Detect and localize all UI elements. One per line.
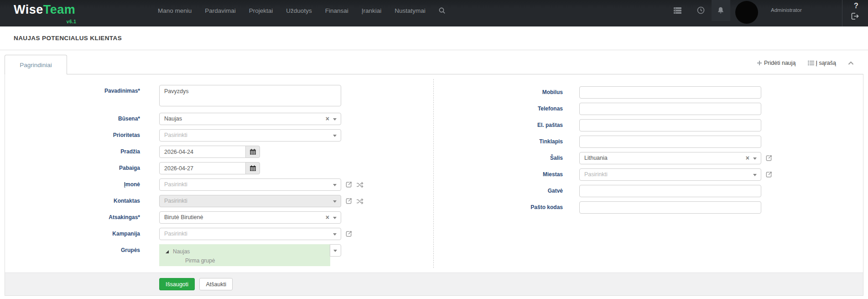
add-new-button[interactable]: Pridėti naują [757,60,796,66]
miestas-select[interactable]: Pasirinkti [579,168,761,181]
nav-irankiai[interactable]: Įrankiai [362,7,382,14]
nav-projektai[interactable]: Projektai [249,7,273,14]
salis-select[interactable]: Lithuania [579,152,761,164]
telefonas-input[interactable] [579,103,761,115]
prioritetas-caret-icon [333,135,337,137]
busena-select[interactable]: Naujas [159,113,341,125]
modules-stack-icon[interactable] [674,7,681,16]
salis-caret-icon [753,157,757,160]
grupes-caret-icon [333,250,337,252]
nav-finansai[interactable]: Finansai [325,7,348,14]
pabaiga-label: Pabaiga [55,162,140,174]
kontaktas-placeholder: Pasirinkti [164,198,187,204]
mobilus-input[interactable] [579,86,761,99]
busena-caret-icon [333,118,337,121]
field-row-prioritetas: Prioritetas Pasirinkti [55,129,341,142]
user-name-label[interactable]: Administrator [771,7,802,13]
kampanija-caret-icon [333,233,337,236]
tree-expand-icon[interactable] [166,250,169,253]
cancel-button[interactable]: Atšaukti [199,278,232,290]
pradzia-date-input[interactable] [159,146,246,158]
pradzia-label: Pradžia [55,146,140,158]
miestas-placeholder: Pasirinkti [584,171,608,178]
miestas-actions [765,168,772,181]
main-nav: Mano meniu Pardavimai Projektai Užduotys… [158,0,445,21]
field-row-salis: Šalis Lithuania [484,152,772,164]
field-row-atsakingas: Atsakingas* Birutė Birutienė [55,211,341,224]
nav-mano-meniu[interactable]: Mano meniu [158,7,192,14]
field-row-pradzia: Pradžia [55,146,260,158]
top-header-bar: WiseTeamv6.1 Mano meniu Pardavimai Proje… [0,0,868,26]
user-avatar[interactable] [735,1,758,24]
field-row-pabaiga: Pabaiga [55,162,260,174]
field-row-pasto-kodas: Pašto kodas [484,201,761,214]
salis-clear-icon[interactable] [746,152,749,164]
grupes-dropdown-toggle[interactable] [330,244,341,257]
pradzia-calendar-button[interactable] [245,146,260,158]
kampanija-select[interactable]: Pasirinkti [159,228,341,240]
el-pastas-label: El. paštas [484,119,563,131]
field-row-grupes: Grupės Naujas Pirma grupė [55,244,330,266]
add-new-label: Pridėti naują [764,60,796,66]
imone-select[interactable]: Pasirinkti [159,178,341,191]
column-divider [433,79,434,268]
imone-shuffle-icon[interactable] [356,182,364,188]
prioritetas-placeholder: Pasirinkti [164,132,187,138]
kontaktas-caret-icon [333,200,337,203]
grupes-tree-parent-row[interactable]: Naujas [166,248,190,255]
grupes-tree-child-row[interactable]: Pirma grupė [185,257,215,264]
header-divider [842,0,842,26]
tinklapis-label: Tinklapis [484,136,563,148]
imone-label: Įmonė [55,178,140,191]
nav-pardavimai[interactable]: Pardavimai [205,7,236,14]
mobilus-label: Mobilus [484,86,563,99]
logout-icon[interactable] [851,12,859,22]
gatve-input[interactable] [579,185,761,197]
pradzia-date-group [159,146,260,158]
history-clock-icon[interactable] [697,6,705,16]
field-row-pavadinimas: Pavadinimas* Pavyzdys [55,85,341,106]
miestas-open-external-icon[interactable] [765,171,772,178]
save-button[interactable]: Išsaugoti [159,278,195,290]
search-icon[interactable] [439,7,445,14]
tab-label: Pagrindiniai [20,62,52,68]
atsakingas-select[interactable]: Birutė Birutienė [159,211,341,224]
tinklapis-input[interactable] [579,136,761,148]
busena-clear-icon[interactable] [326,113,329,125]
kontaktas-shuffle-icon[interactable] [356,198,364,205]
prioritetas-select[interactable]: Pasirinkti [159,129,341,142]
kampanija-open-external-icon[interactable] [345,231,352,237]
pavadinimas-textarea[interactable]: Pavyzdys [159,85,341,106]
kontaktas-select[interactable]: Pasirinkti [159,195,341,207]
plus-icon [757,60,762,66]
nav-uzduotys[interactable]: Užduotys [286,7,312,14]
tab-pagrindiniai[interactable]: Pagrindiniai [5,55,67,74]
field-row-miestas: Miestas Pasirinkti [484,168,772,181]
pasto-kodas-input[interactable] [579,201,761,214]
logo-wise: Wise [14,3,43,16]
salis-actions [765,152,772,164]
pasto-kodas-label: Pašto kodas [484,201,563,214]
notifications-tile[interactable] [712,0,730,21]
app-logo[interactable]: WiseTeamv6.1 [14,3,75,16]
kampanija-label: Kampanija [55,228,140,240]
field-row-imone: Įmonė Pasirinkti [55,178,364,191]
nav-nustatymai[interactable]: Nustatymai [395,7,426,14]
gatve-label: Gatvė [484,185,563,197]
salis-open-external-icon[interactable] [765,155,772,162]
list-icon [808,60,814,66]
collapse-chevron-up-icon[interactable] [848,61,854,65]
kontaktas-open-external-icon[interactable] [345,198,352,205]
to-list-button[interactable]: Į sąrašą [808,60,836,66]
el-pastas-input[interactable] [579,119,761,131]
pabaiga-calendar-button[interactable] [245,162,260,174]
pabaiga-date-input[interactable] [159,162,246,174]
help-icon[interactable]: ? [854,2,858,10]
field-row-busena: Būsena* Naujas [55,113,341,125]
imone-open-external-icon[interactable] [345,181,352,188]
to-list-label: Į sąrašą [816,60,836,66]
atsakingas-clear-icon[interactable] [326,212,329,223]
miestas-label: Miestas [484,168,563,181]
bell-icon [717,6,724,16]
grupes-label: Grupės [55,244,140,257]
